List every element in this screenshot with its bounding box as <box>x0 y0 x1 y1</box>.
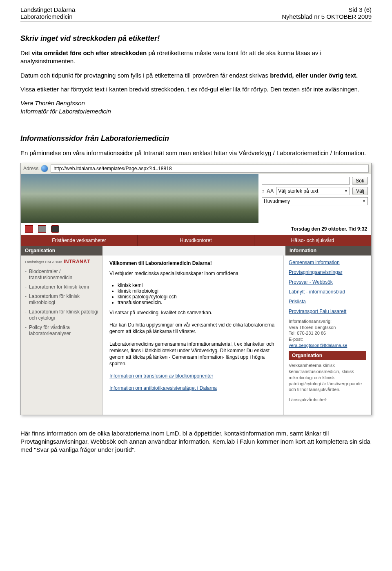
phone-icon[interactable] <box>51 225 59 233</box>
document-header: Landstinget Dalarna Laboratoriemedicin S… <box>20 6 372 22</box>
info-link[interactable]: Prislista <box>289 299 366 304</box>
print-icon[interactable] <box>38 225 46 233</box>
info-link[interactable]: Gemensam information <box>289 260 366 265</box>
document-page: Landstinget Dalarna Laboratoriemedicin S… <box>0 0 392 476</box>
section1-p2: Datum och tidpunkt för provtagning som f… <box>20 71 372 80</box>
main-content: Välkommen till Laboratoriemedicin Dalarn… <box>103 256 283 415</box>
sidebar-item[interactable]: Blodcentraler / transfusionsmedicin <box>25 267 98 282</box>
sub-headers: Organisation Information <box>21 246 371 256</box>
section1-p1: Det vita området före och efter streckko… <box>20 49 372 66</box>
welcome-heading: Välkommen till Laboratoriemedicin Dalarn… <box>109 260 277 266</box>
footer-paragraph: Här finns information om de olika labora… <box>20 429 372 454</box>
link-transfusion[interactable]: Information om transfusion av blodkompon… <box>109 373 213 379</box>
section1-title: Skriv inget vid streckkoden på etiketter… <box>20 34 372 43</box>
list-item: transfusionsmedicin. <box>118 300 277 305</box>
speciality-list: klinisk kemi klinisk mikrobiologi klinis… <box>118 282 277 305</box>
info-link[interactable]: Provtagningsanvisningar <box>289 269 366 275</box>
sidebar-item[interactable]: Laboratorium för klinisk mikrobiologi <box>25 292 98 307</box>
datetime: Torsdag den 29 oktober. Tid 9:32 <box>291 226 367 232</box>
info-link[interactable]: Provsvar - Webbsök <box>289 279 366 285</box>
mid-p1: Vi erbjuder medicinska specialistkunskap… <box>109 270 277 277</box>
chevron-down-icon: ▼ <box>362 199 366 203</box>
search-input[interactable] <box>262 177 350 185</box>
subheader-information: Information <box>285 246 371 256</box>
org-name: Landstinget Dalarna <box>20 6 75 13</box>
globe-icon <box>41 165 48 172</box>
issue-line: Nyhetsblad nr 5 OKTOBER 2009 <box>282 13 372 20</box>
page-number: Sid 3 (6) <box>348 6 372 13</box>
chevron-down-icon: ▼ <box>344 189 348 193</box>
link-antibiotika[interactable]: Information om antibiotikaresistensläget… <box>109 385 217 391</box>
right-sidebar: Gemensam information Provtagningsanvisni… <box>283 256 371 415</box>
sidebar-item[interactable]: Policy för vårdnära laboratorieanalyser <box>25 323 98 338</box>
info-link[interactable]: Provtransport Falu lasarett <box>289 309 366 314</box>
tab-fristaende[interactable]: Fristående verksamheter <box>21 235 138 246</box>
chef-label: Länssjukvårdschef: <box>289 397 366 403</box>
mid-p2: Vi satsar på utveckling, kvalitet och sa… <box>109 309 277 316</box>
intranet-logo: Landstinget DALARNA INTRANÄT <box>25 259 98 264</box>
list-item: klinisk patologi/cytologi och <box>118 294 277 300</box>
textsize-icon: AA <box>267 188 274 194</box>
url-field[interactable]: http://web.ltdalarna.se/templates/Page.a… <box>51 164 369 173</box>
intranet-screenshot: Adress http://web.ltdalarna.se/templates… <box>20 163 372 415</box>
list-item: klinisk mikrobiologi <box>118 288 277 294</box>
toolbar-row: Torsdag den 29 oktober. Tid 9:32 <box>21 223 371 235</box>
sidebar-item[interactable]: Laboratorium för klinisk patologi och cy… <box>25 307 98 323</box>
resize-icon: ↕ <box>262 188 264 194</box>
section2-p1: En påminnelse om våra informationssidor … <box>20 149 372 157</box>
mainmenu-select[interactable]: Huvudmeny▼ <box>262 197 368 205</box>
email-link[interactable]: vera.bengtsson@ltdalarna.se <box>289 343 347 348</box>
section1-p3: Vissa etiketter har förtryckt text i kan… <box>20 85 372 93</box>
sidebar-item[interactable]: Laboratorier för klinisk kemi <box>25 282 98 292</box>
mid-p3: Här kan Du hitta upplysningar om vår ver… <box>109 322 277 335</box>
search-button[interactable]: Sök <box>352 177 368 185</box>
home-icon[interactable] <box>25 225 33 233</box>
textsize-button[interactable]: Välj <box>352 187 368 195</box>
signature: Vera Thorén Bengtsson Informatör för Lab… <box>20 99 372 116</box>
address-bar: Adress http://web.ltdalarna.se/templates… <box>21 163 371 174</box>
mid-p4: Laboratoriemedicins gemensamma informati… <box>109 341 277 367</box>
hero-controls: Sök ↕ AA Välj storlek på text▼ Välj Huvu… <box>258 174 371 223</box>
hero-banner: Sök ↕ AA Välj storlek på text▼ Välj Huvu… <box>21 174 371 223</box>
org-text: Verksamheterna klinisk kemi/transfusions… <box>289 362 366 393</box>
address-label: Adress <box>23 166 38 171</box>
sidebar-list: Blodcentraler / transfusionsmedicin Labo… <box>25 267 98 338</box>
list-item: klinisk kemi <box>118 282 277 288</box>
content-columns: Landstinget DALARNA INTRANÄT Blodcentral… <box>21 256 371 415</box>
textsize-select[interactable]: Välj storlek på text▼ <box>276 187 350 195</box>
subheader-organisation: Organisation <box>21 246 102 256</box>
tab-halso[interactable]: Hälso- och sjukvård <box>254 235 371 246</box>
info-link[interactable]: Labnytt - informationsblad <box>289 289 366 295</box>
tab-huvudkontoret[interactable]: Huvudkontoret <box>138 235 254 246</box>
org-heading: Organisation <box>289 351 366 360</box>
left-sidebar: Landstinget DALARNA INTRANÄT Blodcentral… <box>21 256 103 415</box>
main-tabs: Fristående verksamheter Huvudkontoret Hä… <box>21 235 371 246</box>
section2-title: Informationssidor från Laboratoriemedici… <box>20 134 372 143</box>
info-responsible: Informationsansvarig: Vera Thorén Bengts… <box>289 318 366 349</box>
dept-name: Laboratoriemedicin <box>20 13 75 20</box>
